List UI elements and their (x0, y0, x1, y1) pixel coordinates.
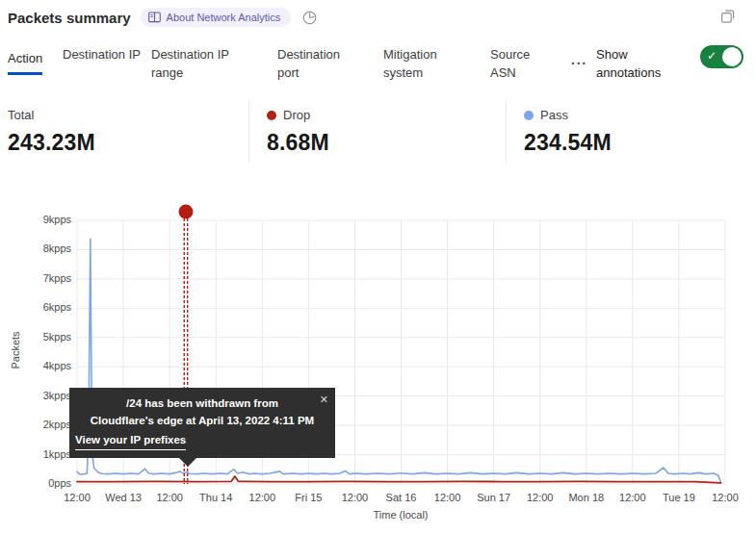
x-tick-label: 12:00 (144, 492, 195, 503)
annotation-marker[interactable] (178, 205, 193, 219)
x-tick-label: 12:00 (237, 492, 287, 503)
y-tick-label: 8kpps (25, 242, 71, 254)
y-tick-label: 4kpps (25, 360, 71, 371)
x-tick-label: 12:00 (515, 492, 565, 503)
x-tick-label: 12:00 (608, 492, 658, 503)
x-tick-label: Thu 14 (191, 492, 241, 503)
x-tick-label: 12:00 (423, 492, 473, 503)
x-tick-label: 12:00 (52, 492, 102, 503)
x-tick-label: Mon 18 (561, 492, 612, 503)
x-tick-label: Tue 19 (654, 492, 704, 503)
annotation-tooltip: ✕ /24 has been withdrawn from Cloudflare… (69, 388, 335, 458)
y-axis-title: Packets (10, 321, 21, 379)
y-tick-label: 9kpps (25, 214, 71, 225)
tooltip-text-line1: /24 has been withdrawn from (75, 395, 329, 413)
x-tick-label: Sun 17 (469, 492, 519, 503)
x-tick-label: Fri 15 (283, 492, 333, 503)
x-tick-label: Sat 16 (377, 492, 427, 503)
y-tick-label: 1kpps (25, 448, 71, 460)
y-tick-label: 7kpps (25, 272, 71, 284)
y-tick-label: 0pps (25, 477, 71, 489)
x-tick-label: 12:00 (329, 492, 379, 503)
y-tick-label: 3kpps (25, 390, 71, 401)
y-tick-label: 6kpps (25, 301, 71, 313)
drop-series-line (77, 476, 721, 483)
view-ip-prefixes-link[interactable]: View your IP prefixes (75, 432, 186, 451)
x-tick-label: 12:00 (700, 492, 750, 503)
y-tick-label: 5kpps (25, 331, 71, 343)
y-tick-label: 2kpps (25, 419, 71, 430)
x-tick-label: Wed 13 (98, 492, 148, 503)
tooltip-text-line2: Cloudflare's edge at April 13, 2022 4:11… (75, 413, 329, 430)
packets-summary-panel: Packets summary About Network Analytics … (0, 0, 756, 534)
close-icon[interactable]: ✕ (320, 392, 328, 408)
x-axis-title: Time (local) (352, 509, 449, 521)
